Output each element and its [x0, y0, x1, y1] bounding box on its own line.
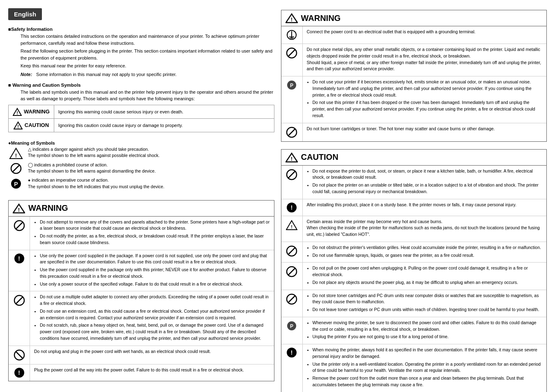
safety-section: ■Safety Information This section contain…	[8, 27, 274, 78]
rw-row2-text: Do not place metal clips, any other smal…	[303, 44, 547, 76]
caution-text-cell: Ignoring this caution could cause injury…	[54, 118, 274, 132]
rc-row-1: Do not expose the printer to dust, soot,…	[281, 166, 547, 199]
right-caution-triangle-icon: !	[286, 152, 298, 163]
symbol-row-danger: ! △ indicates a danger against which you…	[8, 146, 274, 159]
rw-row3-text: Do not use your printer if it becomes ex…	[303, 76, 547, 123]
table-row: ! WARNING Ignoring this warning could ca…	[9, 105, 274, 118]
right-caution-title: CAUTION	[301, 152, 339, 162]
rc-row-5: Do not pull on the power cord when unplu…	[281, 263, 547, 290]
rc-row7-icon: P	[281, 317, 303, 344]
svg-text:!: !	[290, 16, 292, 23]
svg-line-33	[288, 171, 295, 178]
left-warning-row-5: ! Plug the power cord all the way into t…	[9, 364, 274, 381]
row4-icon	[9, 346, 30, 364]
svg-text:!: !	[290, 156, 292, 162]
svg-text:P: P	[14, 181, 18, 187]
rc-row-2: ! After installing this product, place i…	[281, 199, 547, 216]
svg-text:P: P	[290, 323, 293, 329]
svg-line-25	[288, 49, 295, 57]
imperative-icon: P	[8, 178, 24, 189]
rc-row-3: ! Certain areas inside the printer may b…	[281, 216, 547, 242]
rc-row-7: P Whenever moving the printer, be sure t…	[281, 317, 547, 344]
rc-row-8: ! When moving the printer, always hold i…	[281, 344, 547, 392]
note-label: Note:	[21, 72, 32, 77]
rw-row4-icon	[281, 123, 303, 141]
exclaim-icon-3: !	[287, 203, 297, 212]
svg-line-39	[288, 268, 295, 275]
rc-row2-icon: !	[281, 199, 303, 216]
warning-symbol-cell: ! WARNING	[9, 105, 54, 118]
right-warning-triangle-icon: !	[286, 13, 298, 23]
row3-icon	[9, 291, 30, 345]
row5-text: Plug the power cord all the way into the…	[30, 364, 274, 381]
left-warning-triangle-icon: !	[13, 203, 25, 214]
meaning-section: ●Meaning of Symbols ! △ indicates a dang…	[8, 141, 274, 193]
caution-triangle-icon: !	[14, 121, 23, 129]
symbol-row-prohibited: ◯ indicates a prohibited course of actio…	[8, 162, 274, 175]
danger-icon: !	[8, 147, 24, 159]
safety-para-3: Keep this manual near the printer for ea…	[21, 62, 274, 69]
rc-row5-text: Do not pull on the power cord when unplu…	[303, 263, 547, 289]
meaning-title: ●Meaning of Symbols	[8, 141, 274, 145]
left-warning-box: ! WARNING Do not attempt to remove a	[8, 200, 274, 381]
rc-row8-icon: !	[281, 344, 303, 392]
rw-row2-icon	[281, 44, 303, 76]
row4-text: Do not unplug and plug in the power cord…	[30, 346, 274, 364]
rc-row7-text: Whenever moving the printer, be sure to …	[303, 317, 547, 344]
symbol-table: ! WARNING Ignoring this warning could ca…	[8, 105, 274, 132]
table-row: ! CAUTION Ignoring this caution could ca…	[9, 118, 274, 132]
safety-para-1: This section contains detailed instructi…	[21, 33, 274, 46]
left-warning-row-4: Do not unplug and plug in the power cord…	[9, 346, 274, 364]
row3-text: Do not use a multiple outlet adapter to …	[30, 291, 274, 345]
svg-line-13	[16, 222, 23, 229]
rc-row-6: Do not store toner cartridges and PC dru…	[281, 290, 547, 317]
row1-text: Do not attempt to remove any of the cove…	[30, 217, 274, 250]
svg-text:P: P	[290, 83, 293, 88]
right-caution-header: ! CAUTION	[281, 150, 547, 166]
rc-row6-icon	[281, 290, 303, 317]
right-warning-box: ! WARNING Connect the power cord t	[281, 10, 547, 142]
rc-row5-icon	[281, 263, 303, 289]
rc-row2-text: After installing this product, place it …	[303, 199, 547, 216]
rc-row8-text: When moving the printer, always hold it …	[303, 344, 547, 392]
safety-para-2: Read the following section before pluggi…	[21, 48, 274, 61]
left-warning-header: ! WARNING	[9, 201, 274, 217]
left-warning-row-3: Do not use a multiple outlet adapter to …	[9, 291, 274, 346]
warning-text-cell: Ignoring this warning could cause seriou…	[54, 105, 274, 118]
svg-text:!: !	[16, 111, 18, 115]
exclaim-icon-4: !	[287, 348, 297, 357]
svg-line-17	[16, 351, 23, 359]
imperative-text: ● indicates an imperative course of acti…	[28, 177, 164, 190]
svg-text:!: !	[15, 152, 17, 159]
wc-intro: The labels and symbols used in this manu…	[21, 89, 274, 102]
rw-row-1: Connect the power cord to an electrical …	[281, 26, 547, 44]
danger-text: △ indicates a danger against which you s…	[28, 146, 159, 159]
rw-row-4: Do not burn toner cartridges or toner. T…	[281, 123, 547, 141]
svg-line-7	[12, 165, 20, 172]
note-text: Some information in this manual may not …	[36, 72, 177, 77]
rc-row3-icon: !	[281, 216, 303, 242]
svg-text:!: !	[291, 224, 292, 229]
rc-row-4: Do not obstruct the printer's ventilatio…	[281, 242, 547, 263]
rc-row1-text: Do not expose the printer to dust, soot,…	[303, 166, 547, 199]
svg-line-29	[288, 129, 295, 136]
grounding-icon	[286, 30, 297, 40]
right-caution-box: ! CAUTION Do not expose the printer	[281, 149, 547, 392]
exclaim-icon: !	[14, 254, 24, 263]
left-warning-title: WARNING	[28, 203, 68, 213]
rw-row-3: P Do not use your printer if it becomes …	[281, 76, 547, 123]
row2-text: Use only the power cord supplied in the …	[30, 250, 274, 291]
row2-icon: !	[9, 250, 30, 291]
prohibited-icon	[8, 163, 24, 174]
rw-row3-icon: P	[281, 76, 303, 123]
warning-triangle-icon: !	[13, 108, 22, 116]
exclaim-icon-2: !	[14, 368, 24, 378]
rc-row3-text: Certain areas inside the printer may bec…	[303, 216, 547, 242]
rc-row6-text: Do not store toner cartridges and PC dru…	[303, 290, 547, 317]
rc-row1-icon	[281, 166, 303, 199]
caution-symbol-cell: ! CAUTION	[9, 118, 54, 132]
right-warning-header: ! WARNING	[281, 10, 547, 26]
wc-title: ■ Warning and Caution Symbols	[8, 83, 274, 88]
rc-row4-icon	[281, 242, 303, 263]
rw-row4-text: Do not burn toner cartridges or toner. T…	[303, 123, 547, 141]
